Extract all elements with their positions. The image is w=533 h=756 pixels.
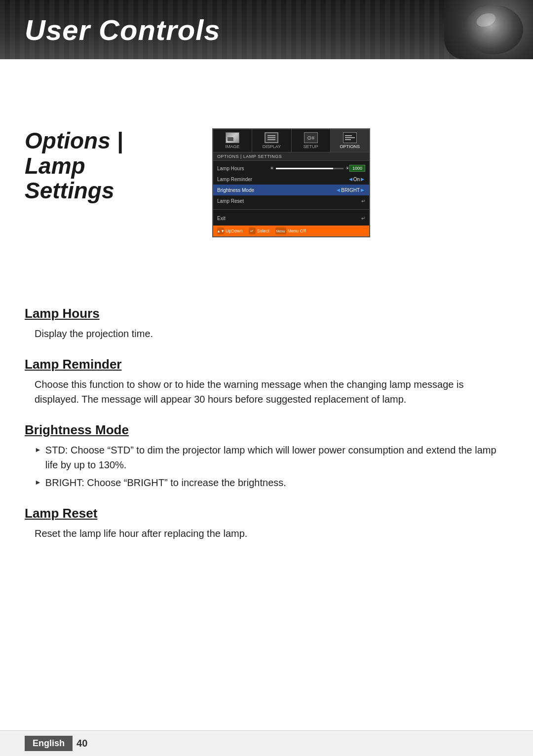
list-item: ► BRIGHT: Choose “BRIGHT” to increase th…: [35, 475, 508, 490]
sun-right-icon: ☀: [345, 166, 349, 171]
slider-track: [276, 168, 343, 169]
exit-enter-icon: ↵: [361, 216, 365, 221]
footer: English 40: [0, 730, 533, 756]
enter-icon: ↵: [361, 198, 365, 204]
brightness-mode-bullets: ► STD: Choose “STD” to dim the projector…: [25, 443, 508, 490]
menu-icon: Menu: [275, 227, 286, 234]
lamp-reset-heading: Lamp Reset: [25, 506, 508, 521]
image-tab-icon: [226, 132, 239, 143]
osd-breadcrumb: OPTIONS | LAMP SETTINGS: [213, 152, 369, 161]
arrow-right-brightness-icon: ▶: [361, 188, 364, 192]
nav-select: ↵ Select: [249, 227, 269, 234]
nav-updown: ▲▼ UpDown: [217, 227, 243, 234]
slider-fill: [276, 168, 333, 169]
osd-tabs: IMAGE DISPLAY ⊙≡ SETUP O: [213, 129, 369, 152]
left-title-block: Options | Lamp Settings: [25, 128, 163, 203]
section-lamp-reminder: Lamp Reminder Choose this function to sh…: [25, 357, 508, 407]
setup-tab-icon: ⊙≡: [304, 132, 318, 143]
sun-left-icon: ☀: [270, 166, 274, 171]
list-item: ► STD: Choose “STD” to dim the projector…: [35, 443, 508, 472]
osd-row-lamp-reset[interactable]: Lamp Reset ↵: [213, 195, 369, 206]
osd-row-lamp-hours[interactable]: Lamp Hours ☀ ☀ 1000: [213, 163, 369, 174]
page-title: User Controls: [25, 13, 221, 46]
arrow-left-icon: ◀: [349, 177, 352, 182]
nav-menu-off: Menu Menu Off: [275, 227, 306, 234]
header: User Controls: [0, 0, 533, 59]
updown-icon: ▲▼: [217, 227, 224, 234]
lens-shine: [475, 11, 497, 29]
body-content: Lamp Hours Display the projection time. …: [0, 306, 533, 541]
osd-menu: Lamp Hours ☀ ☀ 1000 Lamp Reminder ◀ On ▶: [213, 161, 369, 226]
osd-row-brightness-mode[interactable]: Brightness Mode ◀ BRIGHT ▶: [213, 185, 369, 195]
osd-row-exit[interactable]: Exit ↵: [213, 213, 369, 224]
tab-display[interactable]: DISPLAY: [252, 129, 291, 152]
footer-page-number: 40: [76, 738, 87, 749]
lens-inner: [464, 5, 523, 54]
tab-options[interactable]: OPTIONS: [331, 129, 369, 152]
osd-nav-bar: ▲▼ UpDown ↵ Select Menu Menu Off: [213, 226, 369, 236]
lamp-reminder-heading: Lamp Reminder: [25, 357, 508, 372]
section-lamp-reset: Lamp Reset Reset the lamp life hour afte…: [25, 506, 508, 541]
arrow-left-brightness-icon: ◀: [337, 188, 340, 192]
lamp-reset-body: Reset the lamp life hour after replacing…: [25, 526, 508, 541]
page-subtitle: Options | Lamp Settings: [25, 128, 163, 203]
osd-row-lamp-reminder[interactable]: Lamp Reminder ◀ On ▶: [213, 174, 369, 185]
lamp-hours-body: Display the projection time.: [25, 326, 508, 341]
display-tab-icon: [265, 132, 278, 143]
tab-setup[interactable]: ⊙≡ SETUP: [292, 129, 331, 152]
brightness-mode-heading: Brightness Mode: [25, 422, 508, 438]
tab-image[interactable]: IMAGE: [213, 129, 252, 152]
footer-language: English: [25, 736, 73, 751]
section-lamp-hours: Lamp Hours Display the projection time.: [25, 306, 508, 341]
section-brightness-mode: Brightness Mode ► STD: Choose “STD” to d…: [25, 422, 508, 490]
menu-divider: [213, 209, 369, 210]
lamp-reminder-body: Choose this function to show or to hide …: [25, 377, 508, 407]
main-content: Options | Lamp Settings IMAGE DISPLAY ⊙≡: [0, 59, 533, 89]
osd-panel: IMAGE DISPLAY ⊙≡ SETUP O: [212, 128, 370, 237]
lamp-hours-heading: Lamp Hours: [25, 306, 508, 321]
bullet-arrow-icon: ►: [35, 445, 41, 455]
arrow-right-icon: ▶: [361, 177, 364, 182]
options-tab-icon: [343, 132, 357, 143]
lamp-hours-slider: ☀ ☀: [270, 166, 349, 171]
bullet-arrow-icon: ►: [35, 477, 41, 488]
select-icon: ↵: [249, 227, 256, 234]
lens-decoration: [444, 0, 533, 59]
